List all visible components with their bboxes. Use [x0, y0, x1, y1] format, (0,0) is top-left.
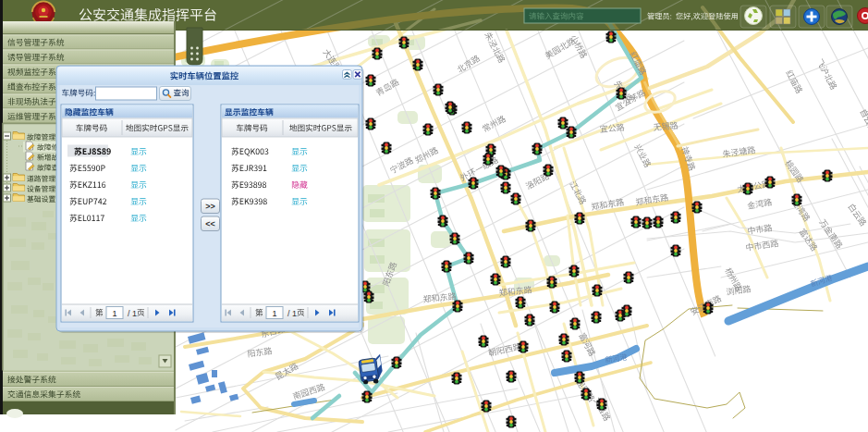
svg-text:1: 1	[112, 309, 116, 318]
svg-text:<<: <<	[205, 219, 215, 228]
svg-text:>>: >>	[205, 202, 215, 211]
svg-text:/ 1: / 1	[287, 309, 297, 318]
svg-text:/ 1: / 1	[128, 309, 137, 318]
svg-text:1: 1	[272, 309, 276, 318]
